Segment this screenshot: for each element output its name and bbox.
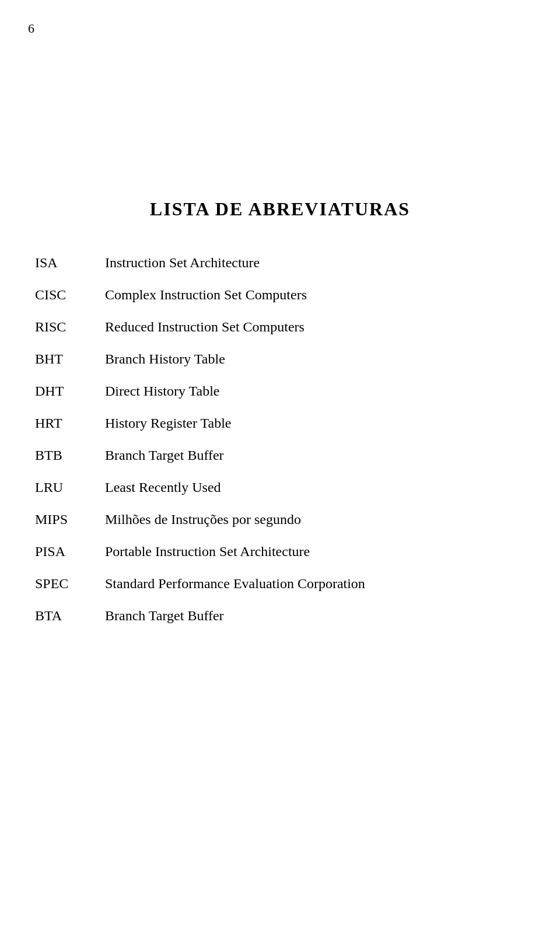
abbrev-acronym: BHT [35,351,105,367]
abbrev-row: CISCComplex Instruction Set Computers [35,287,525,303]
abbrev-acronym: BTA [35,608,105,624]
abbrev-acronym: CISC [35,287,105,303]
abbrev-row: DHTDirect History Table [35,383,525,399]
abbrev-row: LRULeast Recently Used [35,480,525,495]
page-title: LISTA DE ABREVIATURAS [35,198,525,220]
abbrev-definition: Least Recently Used [105,480,525,495]
abbrev-row: BTBBranch Target Buffer [35,448,525,463]
abbrev-acronym: DHT [35,383,105,399]
abbrev-acronym: RISC [35,319,105,335]
abbrev-row: BHTBranch History Table [35,351,525,367]
abbrev-definition: Instruction Set Architecture [105,255,525,271]
abbrev-row: PISAPortable Instruction Set Architectur… [35,544,525,560]
abbrev-acronym: PISA [35,544,105,560]
abbrev-acronym: BTB [35,448,105,463]
abbrev-definition: History Register Table [105,415,525,431]
abbrev-acronym: ISA [35,255,105,271]
abbrev-row: SPECStandard Performance Evaluation Corp… [35,576,525,592]
abbrev-acronym: HRT [35,415,105,431]
abbrev-definition: Milhões de Instruções por segundo [105,512,525,527]
page-content: LISTA DE ABREVIATURAS ISAInstruction Set… [0,0,560,675]
abbrev-definition: Branch History Table [105,351,525,367]
abbrev-row: ISAInstruction Set Architecture [35,255,525,271]
abbrev-acronym: LRU [35,480,105,495]
abbrev-row: RISCReduced Instruction Set Computers [35,319,525,335]
abbrev-definition: Branch Target Buffer [105,608,525,624]
abbrev-row: HRTHistory Register Table [35,415,525,431]
abbrev-row: BTABranch Target Buffer [35,608,525,624]
abbrev-definition: Reduced Instruction Set Computers [105,319,525,335]
abbrev-definition: Branch Target Buffer [105,448,525,463]
abbrev-definition: Direct History Table [105,383,525,399]
abbrev-acronym: MIPS [35,512,105,527]
abbrev-definition: Complex Instruction Set Computers [105,287,525,303]
abbrev-definition: Standard Performance Evaluation Corporat… [105,576,525,592]
abbrev-acronym: SPEC [35,576,105,592]
abbrev-row: MIPSMilhões de Instruções por segundo [35,512,525,527]
page-number: 6 [28,21,34,36]
abbrev-definition: Portable Instruction Set Architecture [105,544,525,560]
abbreviations-list: ISAInstruction Set ArchitectureCISCCompl… [35,255,525,624]
